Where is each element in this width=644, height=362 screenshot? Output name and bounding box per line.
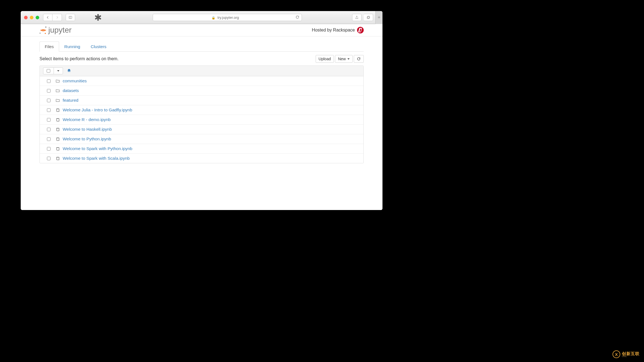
- chevron-down-icon: [57, 70, 59, 72]
- traffic-lights: [24, 16, 39, 19]
- close-window-button[interactable]: [24, 16, 28, 19]
- row-type-icon: [56, 88, 60, 93]
- row-link[interactable]: featured: [63, 98, 78, 103]
- select-all-checkbox[interactable]: [47, 69, 50, 73]
- rackspace-logo-icon[interactable]: [357, 27, 364, 33]
- notebook-icon: [56, 118, 60, 122]
- toolbar-buttons: Upload New: [316, 55, 364, 63]
- row-link[interactable]: communities: [63, 78, 87, 83]
- row-type-icon: [56, 156, 60, 161]
- minimize-window-button[interactable]: [30, 16, 33, 19]
- row-type-icon: [56, 137, 60, 141]
- row-checkbox[interactable]: [47, 99, 51, 102]
- row-checkbox[interactable]: [47, 147, 51, 151]
- list-item: Welcome to Haskell.ipynb: [40, 124, 363, 134]
- refresh-button[interactable]: [354, 55, 364, 63]
- file-list-header: [40, 66, 363, 76]
- row-link[interactable]: Welcome to Spark with Python.ipynb: [63, 146, 132, 151]
- sidebar-icon: [68, 15, 72, 19]
- notebook-icon: [56, 108, 60, 112]
- row-checkbox[interactable]: [47, 137, 51, 141]
- file-list: communitiesdatasetsfeaturedWelcome Julia…: [39, 65, 364, 163]
- extension-icon[interactable]: [94, 13, 102, 22]
- jupyter-logo[interactable]: jupyter: [39, 26, 72, 35]
- row-link[interactable]: Welcome to Python.ipynb: [63, 137, 111, 141]
- select-all-checkbox-wrap[interactable]: [43, 68, 54, 74]
- sidebar-toggle-button[interactable]: [66, 14, 75, 21]
- share-button[interactable]: [352, 14, 361, 21]
- notebook-icon: [56, 147, 60, 151]
- right-chrome-buttons: [352, 14, 373, 21]
- chevron-down-icon: [347, 58, 350, 60]
- notebook-icon: [56, 127, 60, 132]
- forward-button[interactable]: [52, 14, 62, 21]
- tab-clusters[interactable]: Clusters: [85, 41, 112, 52]
- chevron-right-icon: [55, 15, 59, 19]
- svg-rect-2: [368, 16, 370, 18]
- row-type-icon: [56, 147, 60, 151]
- asterisk-icon: [95, 14, 101, 21]
- row-checkbox[interactable]: [47, 108, 51, 112]
- page-header: jupyter Hosted by Rackspace: [21, 24, 382, 36]
- row-checkbox[interactable]: [47, 79, 51, 83]
- tabs-icon: [366, 15, 370, 19]
- row-checkbox[interactable]: [47, 128, 51, 131]
- row-checkbox[interactable]: [47, 118, 51, 122]
- upload-button[interactable]: Upload: [316, 55, 334, 63]
- svg-rect-3: [367, 17, 369, 19]
- chevron-left-icon: [46, 15, 50, 19]
- select-all-dropdown[interactable]: [54, 68, 63, 74]
- watermark-icon: X: [613, 350, 620, 358]
- row-checkbox[interactable]: [47, 89, 51, 93]
- watermark-en: CXHL: [622, 356, 640, 357]
- tab-running[interactable]: Running: [59, 41, 86, 52]
- hosting-label: Hosted by Rackspace: [312, 27, 364, 33]
- list-item: Welcome to Python.ipynb: [40, 134, 363, 144]
- folder-icon: [56, 79, 60, 83]
- svg-rect-0: [69, 16, 72, 19]
- new-tab-button[interactable]: +: [375, 11, 382, 24]
- new-button[interactable]: New: [335, 55, 353, 63]
- breadcrumb-home[interactable]: [67, 68, 71, 74]
- hosting-text: Hosted by Rackspace: [312, 28, 355, 33]
- browser-toolbar: 🔒 try.jupyter.org: [21, 11, 382, 24]
- notebook-icon: [56, 137, 60, 141]
- nav-buttons: [43, 14, 62, 21]
- reload-button[interactable]: [295, 15, 299, 20]
- files-toolbar: Select items to perform actions on them.…: [39, 55, 364, 63]
- folder-icon: [56, 98, 60, 103]
- row-link[interactable]: Welcome Julia - Intro to Gadfly.ipynb: [63, 107, 132, 112]
- row-link[interactable]: Welcome to Haskell.ipynb: [63, 127, 112, 132]
- notebook-icon: [56, 156, 60, 161]
- folder-icon: [56, 88, 60, 93]
- tabs-button[interactable]: [364, 14, 373, 21]
- row-type-icon: [56, 118, 60, 122]
- address-bar[interactable]: 🔒 try.jupyter.org: [153, 14, 302, 21]
- lock-icon: 🔒: [212, 16, 215, 19]
- plus-icon: +: [378, 15, 381, 20]
- jupyter-logo-text: jupyter: [48, 26, 72, 35]
- url-text: 🔒 try.jupyter.org: [155, 15, 295, 20]
- watermark-cn: 创新互联: [622, 351, 640, 356]
- list-item: featured: [40, 95, 363, 105]
- row-link[interactable]: Welcome to Spark with Scala.ipynb: [63, 156, 130, 161]
- row-checkbox[interactable]: [47, 157, 51, 160]
- jupyter-logo-icon: [39, 27, 47, 34]
- list-item: communities: [40, 76, 363, 86]
- new-button-label: New: [338, 57, 346, 61]
- tab-files[interactable]: Files: [39, 41, 59, 52]
- row-type-icon: [56, 79, 60, 83]
- action-hint: Select items to perform actions on them.: [39, 56, 118, 61]
- list-item: Welcome to Spark with Scala.ipynb: [40, 153, 363, 163]
- row-link[interactable]: Welcome R - demo.ipynb: [63, 117, 111, 122]
- reload-icon: [295, 15, 299, 19]
- row-type-icon: [56, 108, 60, 112]
- row-type-icon: [56, 98, 60, 103]
- refresh-icon: [357, 57, 361, 61]
- row-link[interactable]: datasets: [63, 88, 79, 93]
- list-item: Welcome R - demo.ipynb: [40, 115, 363, 124]
- zoom-window-button[interactable]: [36, 16, 39, 19]
- select-all-combo: [43, 67, 63, 74]
- watermark: X 创新互联 CXHL: [613, 350, 640, 358]
- back-button[interactable]: [43, 14, 52, 21]
